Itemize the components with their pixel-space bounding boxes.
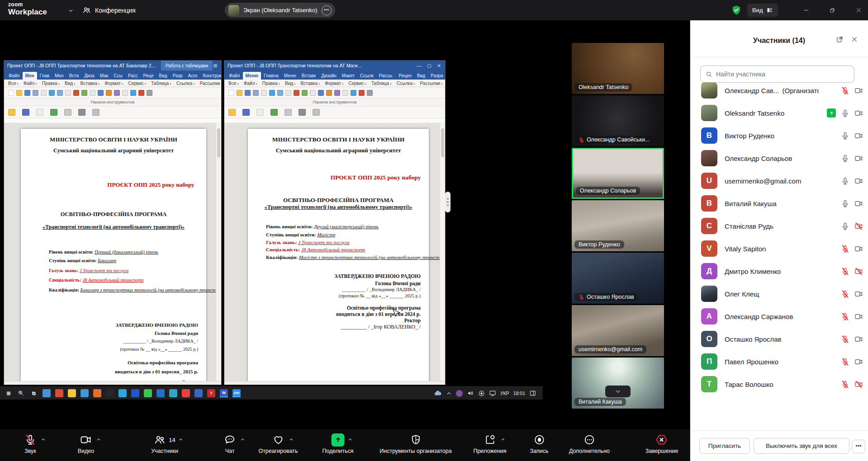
- ribbon-tab[interactable]: Дизайн: [318, 72, 339, 80]
- collapse-strip-button[interactable]: [605, 386, 631, 397]
- toolbar-icon[interactable]: [285, 109, 292, 116]
- menu-item[interactable]: Правка: [262, 81, 280, 86]
- ribbon-tab[interactable]: Вста: [66, 72, 82, 80]
- menu-item[interactable]: Ссылка: [176, 81, 195, 86]
- toolbar-icon[interactable]: [228, 109, 236, 116]
- ribbon-tab[interactable]: Ссы: [111, 72, 125, 80]
- toolbar-icon[interactable]: [253, 90, 259, 96]
- participant-row[interactable]: Uusemirnenko@gmail.com: [690, 169, 868, 192]
- ribbon-tab[interactable]: Разр: [170, 72, 185, 80]
- toolbar-icon[interactable]: [299, 109, 306, 116]
- toolbar-icon[interactable]: [90, 90, 95, 96]
- toolbar-icon[interactable]: [65, 90, 71, 96]
- toolbar-icon[interactable]: [269, 90, 275, 96]
- toolbar-participants-button[interactable]: 14Участники: [151, 429, 178, 461]
- toolbar-icon[interactable]: [313, 109, 320, 116]
- toolbar-icon[interactable]: [24, 90, 30, 96]
- ribbon-tab[interactable]: Ссылк: [357, 72, 376, 80]
- restore-button[interactable]: [822, 0, 842, 20]
- toolbar-chat-button[interactable]: Чат: [224, 429, 236, 461]
- ribbon-tab[interactable]: Макет: [339, 72, 357, 80]
- video-tile[interactable]: Виталий Какуша: [572, 358, 664, 409]
- ribbon-tab[interactable]: Мен: [23, 72, 37, 80]
- taskbar-app-icon[interactable]: [93, 389, 101, 397]
- toolbar-icon[interactable]: [16, 90, 22, 96]
- ribbon-tab[interactable]: Расс: [125, 72, 141, 80]
- toolbar-icon[interactable]: [302, 90, 308, 96]
- taskbar-app-icon[interactable]: zm: [232, 389, 241, 397]
- close-panel-icon[interactable]: [851, 36, 858, 43]
- taskbar-app-icon[interactable]: [43, 389, 51, 397]
- toolbar-icon[interactable]: [310, 90, 316, 96]
- toolbar-record-button[interactable]: Запись: [530, 429, 548, 461]
- ribbon-tab[interactable]: Вид: [414, 72, 428, 80]
- tray-expand-icon[interactable]: [446, 390, 452, 396]
- taskbar-system-icon[interactable]: ⧉: [30, 389, 38, 397]
- toolbar-icon[interactable]: [8, 90, 14, 96]
- toolbar-icon[interactable]: [122, 90, 128, 96]
- toolbar-react-button[interactable]: Отреагировать: [258, 429, 298, 461]
- ribbon-tab[interactable]: Главна: [261, 72, 281, 80]
- toolbar-icon[interactable]: [277, 90, 283, 96]
- participant-row[interactable]: ВВиталий Какуша: [690, 192, 868, 215]
- ribbon-tab[interactable]: Меню: [243, 72, 261, 80]
- toolbar-icon[interactable]: [242, 109, 250, 116]
- menu-item[interactable]: Все: [228, 81, 239, 86]
- taskbar-clock[interactable]: 18:01: [513, 390, 525, 396]
- viber-icon[interactable]: [456, 390, 463, 397]
- ribbon-tab[interactable]: Вставк: [299, 72, 318, 80]
- ribbon-tab[interactable]: Вид: [157, 72, 170, 80]
- ribbon-tab[interactable]: Файл: [226, 72, 243, 80]
- taskbar-app-icon[interactable]: [119, 389, 127, 397]
- menu-item[interactable]: Сервис: [348, 81, 366, 86]
- participant-row[interactable]: Oleksandr Tatsenko: [690, 102, 868, 124]
- taskbar-app-icon[interactable]: [131, 389, 139, 397]
- menu-item[interactable]: Вставка: [81, 81, 100, 86]
- toolbar-icon[interactable]: [138, 90, 144, 96]
- participant-row[interactable]: Олександр Соларьов: [690, 147, 868, 169]
- toolbar-icon[interactable]: [285, 90, 291, 96]
- taskbar-app-icon[interactable]: T: [207, 389, 215, 397]
- menu-item[interactable]: Формат: [325, 81, 343, 86]
- toolbar-share-button[interactable]: Поделиться: [322, 429, 353, 461]
- participant-row[interactable]: ППавел Ярошенко: [690, 350, 868, 373]
- ribbon-tab[interactable]: Реце: [141, 72, 157, 80]
- toolbar-audio-button[interactable]: Звук: [24, 429, 36, 461]
- ribbon-tab[interactable]: Мак: [97, 72, 111, 80]
- taskbar-app-icon[interactable]: [144, 389, 152, 397]
- participant-row[interactable]: VVitaly Sapiton: [690, 237, 868, 260]
- participant-row[interactable]: ССтаніслав Рудь: [690, 215, 868, 237]
- chevron-up-icon[interactable]: [41, 437, 46, 442]
- taskbar-app-icon[interactable]: [182, 389, 190, 397]
- chevron-up-icon[interactable]: [96, 437, 101, 442]
- toolbar-icon[interactable]: [351, 90, 356, 96]
- toolbar-icon[interactable]: [359, 90, 365, 96]
- taskbar-app-icon[interactable]: [169, 389, 177, 397]
- security-shield-icon[interactable]: [731, 5, 742, 15]
- screen-share-pill[interactable]: Экран (Oleksandr Tatsenko) •••: [225, 3, 335, 18]
- toolbar-icon[interactable]: [81, 90, 87, 96]
- close-button[interactable]: [849, 0, 868, 20]
- menu-item[interactable]: Все: [8, 81, 19, 86]
- toolbar-video-button[interactable]: Видео: [78, 429, 95, 461]
- context-tab[interactable]: Работа с таблицами: [161, 61, 213, 71]
- toolbar-icon[interactable]: [64, 109, 71, 116]
- participant-row[interactable]: ТТарас Волошко: [690, 373, 868, 395]
- participant-row[interactable]: ВВиктор Руденко: [690, 124, 868, 147]
- toolbar-icon[interactable]: [228, 90, 234, 96]
- chevron-up-icon[interactable]: [178, 437, 183, 442]
- taskbar-app-icon[interactable]: W: [220, 389, 228, 397]
- toolbar-end-button[interactable]: Завершение: [645, 429, 678, 461]
- toolbar-icon[interactable]: [36, 109, 43, 116]
- video-tile[interactable]: Осташко Ярослав: [572, 253, 664, 304]
- toolbar-icon[interactable]: [318, 90, 324, 96]
- taskbar-app-icon[interactable]: [194, 389, 203, 397]
- toolbar-icon[interactable]: [256, 109, 264, 116]
- video-tile[interactable]: Олександр Соларьов: [572, 148, 664, 199]
- scrollbar[interactable]: [216, 123, 221, 381]
- toolbar-icon[interactable]: [130, 90, 136, 96]
- ribbon-tab[interactable]: Рецен: [396, 72, 415, 80]
- chevron-down-icon[interactable]: [68, 8, 74, 14]
- toolbar-icon[interactable]: [326, 90, 332, 96]
- toolbar-host-tools-button[interactable]: Инструменты организатора: [379, 429, 451, 461]
